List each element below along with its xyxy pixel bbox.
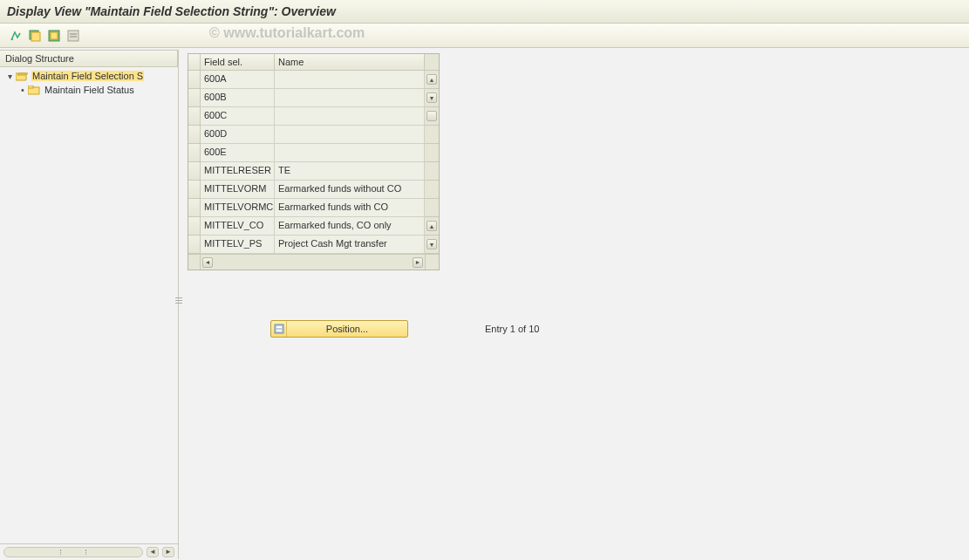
svg-point-0 bbox=[11, 38, 13, 40]
content-area: Field sel. Name 600A▲600B▼600C600D600EMI… bbox=[179, 50, 969, 559]
vscroll-cell bbox=[425, 126, 439, 144]
column-scrollbar-head bbox=[425, 54, 439, 70]
row-selector[interactable] bbox=[188, 199, 201, 217]
cell-name[interactable] bbox=[275, 126, 425, 144]
vscroll-cell bbox=[425, 181, 439, 199]
table-body: 600A▲600B▼600C600D600EMITTELRESERTEMITTE… bbox=[188, 71, 439, 254]
cell-field-sel[interactable]: 600B bbox=[201, 89, 275, 107]
toolbar-expand-icon[interactable] bbox=[7, 28, 24, 44]
vscroll-cell bbox=[425, 107, 439, 126]
vscroll-cell: ▼ bbox=[425, 236, 439, 254]
entry-counter: Entry 1 of 10 bbox=[485, 324, 539, 334]
tree-bullet-icon: • bbox=[19, 85, 26, 95]
row-selector[interactable] bbox=[188, 162, 201, 181]
svg-rect-5 bbox=[68, 31, 78, 41]
position-bar: Position... Entry 1 of 10 bbox=[270, 320, 539, 338]
cell-name[interactable]: Earmarked funds, CO only bbox=[275, 217, 425, 236]
footer-corner bbox=[188, 255, 201, 270]
position-icon bbox=[271, 321, 287, 337]
select-block-icon[interactable] bbox=[45, 28, 63, 44]
position-button[interactable]: Position... bbox=[270, 320, 408, 338]
vscroll-down-icon[interactable]: ▼ bbox=[426, 92, 437, 103]
row-selector[interactable] bbox=[188, 144, 201, 162]
cell-name[interactable]: Project Cash Mgt transfer bbox=[275, 236, 425, 254]
cell-field-sel[interactable]: MITTELVORMC bbox=[201, 199, 275, 217]
vscroll-cell bbox=[425, 162, 439, 181]
cell-field-sel[interactable]: MITTELV_CO bbox=[201, 217, 275, 236]
row-selector[interactable] bbox=[188, 126, 201, 144]
cell-name[interactable]: TE bbox=[275, 162, 425, 181]
cell-field-sel[interactable]: 600D bbox=[201, 126, 275, 144]
table-header: Field sel. Name bbox=[188, 54, 439, 71]
vscroll-down-icon[interactable]: ▼ bbox=[426, 239, 437, 249]
cell-field-sel[interactable]: 600C bbox=[201, 107, 275, 126]
cell-field-sel[interactable]: MITTELVORM bbox=[201, 181, 275, 199]
table-row: 600B▼ bbox=[188, 89, 439, 107]
table-row: 600C bbox=[188, 107, 439, 126]
table-row: MITTELV_COEarmarked funds, CO only▲ bbox=[188, 217, 439, 236]
svg-rect-9 bbox=[28, 85, 33, 88]
splitter-handle[interactable] bbox=[175, 290, 182, 311]
table-row: MITTELVORMCEarmarked funds with CO bbox=[188, 199, 439, 217]
svg-rect-4 bbox=[51, 32, 58, 39]
hscroll-footer[interactable]: ◄ ► bbox=[201, 255, 425, 270]
cell-name[interactable] bbox=[275, 144, 425, 162]
table-footer: ◄ ► bbox=[188, 254, 439, 270]
folder-open-icon bbox=[16, 72, 28, 81]
svg-rect-12 bbox=[276, 330, 282, 331]
position-label: Position... bbox=[287, 324, 407, 334]
tree-item-maintain-field-status[interactable]: • Maintain Field Status bbox=[0, 83, 178, 97]
row-selector[interactable] bbox=[188, 236, 201, 254]
toolbar: © www.tutorialkart.com bbox=[0, 24, 969, 48]
column-select-all[interactable] bbox=[188, 54, 201, 70]
tree-item-label: Maintain Field Status bbox=[44, 85, 135, 95]
hscroll-right-icon[interactable]: ► bbox=[162, 547, 174, 557]
vscroll-cell bbox=[425, 199, 439, 217]
tree: ▾ Maintain Field Selection S • Maintain … bbox=[0, 67, 178, 543]
folder-closed-icon bbox=[28, 85, 40, 95]
tree-toggle-icon[interactable]: ▾ bbox=[5, 72, 14, 81]
row-selector[interactable] bbox=[188, 217, 201, 236]
row-selector[interactable] bbox=[188, 107, 201, 126]
cell-name[interactable] bbox=[275, 89, 425, 107]
vscroll-up-icon[interactable]: ▲ bbox=[426, 221, 437, 231]
vscroll-cell: ▲ bbox=[425, 71, 439, 89]
deselect-all-icon[interactable] bbox=[65, 28, 82, 44]
svg-rect-11 bbox=[276, 326, 282, 328]
row-selector[interactable] bbox=[188, 71, 201, 89]
cell-name[interactable]: Earmarked funds without CO bbox=[275, 181, 425, 199]
cell-field-sel[interactable]: 600E bbox=[201, 144, 275, 162]
select-all-icon[interactable] bbox=[26, 28, 44, 44]
cell-name[interactable] bbox=[275, 107, 425, 126]
cell-name[interactable] bbox=[275, 71, 425, 89]
row-selector[interactable] bbox=[188, 89, 201, 107]
vscroll-cell: ▲ bbox=[425, 217, 439, 236]
vscroll-up-icon[interactable]: ▲ bbox=[426, 74, 437, 85]
vscroll-cell: ▼ bbox=[425, 89, 439, 107]
hscroll-right-icon[interactable]: ► bbox=[413, 257, 423, 268]
svg-rect-10 bbox=[275, 324, 283, 333]
row-selector[interactable] bbox=[188, 181, 201, 199]
table-row: 600D bbox=[188, 126, 439, 144]
hscroll-track[interactable] bbox=[3, 547, 143, 557]
table-row: MITTELVORMEarmarked funds without CO bbox=[188, 181, 439, 199]
hscroll-left-icon[interactable]: ◄ bbox=[147, 547, 159, 557]
vscroll-cell bbox=[425, 144, 439, 162]
column-header-name[interactable]: Name bbox=[275, 54, 425, 70]
hscroll-left-icon[interactable]: ◄ bbox=[202, 257, 213, 268]
tree-item-label: Maintain Field Selection S bbox=[31, 71, 144, 81]
page-title: Display View "Maintain Field Selection S… bbox=[0, 0, 969, 24]
dialog-structure-panel: Dialog Structure ▾ Maintain Field Select… bbox=[0, 50, 179, 559]
cell-field-sel[interactable]: MITTELV_PS bbox=[201, 236, 275, 254]
table-row: MITTELV_PSProject Cash Mgt transfer▼ bbox=[188, 236, 439, 254]
tree-item-maintain-field-selection[interactable]: ▾ Maintain Field Selection S bbox=[0, 69, 178, 83]
vscroll-thumb[interactable] bbox=[426, 111, 437, 121]
table-row: MITTELRESERTE bbox=[188, 162, 439, 181]
cell-field-sel[interactable]: MITTELRESER bbox=[201, 162, 275, 181]
cell-name[interactable]: Earmarked funds with CO bbox=[275, 199, 425, 217]
table-row: 600E bbox=[188, 144, 439, 162]
svg-rect-2 bbox=[31, 32, 40, 41]
footer-scroll-corner bbox=[425, 255, 439, 270]
cell-field-sel[interactable]: 600A bbox=[201, 71, 275, 89]
column-header-field-sel[interactable]: Field sel. bbox=[201, 54, 275, 70]
